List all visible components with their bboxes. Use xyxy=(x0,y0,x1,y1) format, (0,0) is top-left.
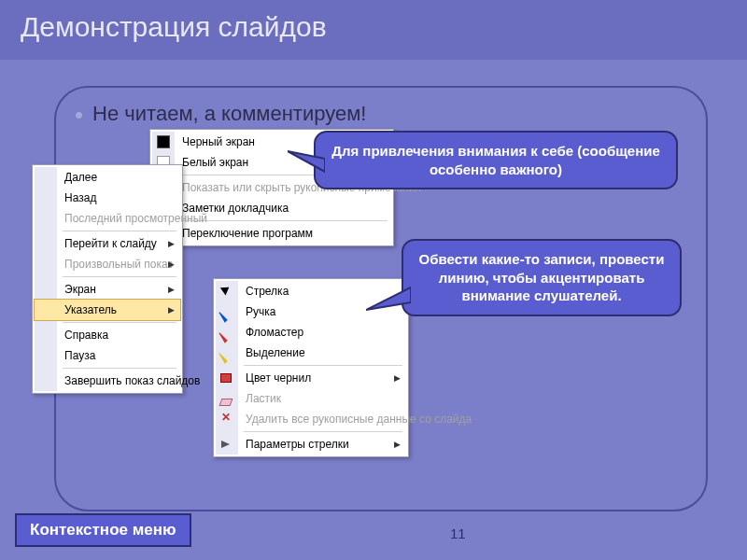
menu-label: Справка xyxy=(64,329,108,342)
menu-switch-programs[interactable]: Переключение программ xyxy=(152,223,391,244)
menu-label: Указатель xyxy=(64,303,117,316)
pen-icon xyxy=(217,312,227,322)
menu-screen[interactable]: Экран▶ xyxy=(35,279,180,300)
menu-label: Произвольный показ xyxy=(64,258,173,271)
menu-marker-tool[interactable]: Фломастер xyxy=(216,322,406,343)
chevron-right-icon: ▶ xyxy=(168,239,175,248)
chevron-right-icon: ▶ xyxy=(168,259,175,269)
menu-label: Последний просмотренный xyxy=(64,212,207,225)
callout-attention: Для привлечения внимания к себе (сообщен… xyxy=(314,131,678,189)
menu-label: Белый экран xyxy=(182,156,248,169)
menu-goto-slide[interactable]: Перейти к слайду▶ xyxy=(35,233,180,254)
separator xyxy=(63,276,176,277)
arrow-cursor-icon xyxy=(220,285,233,298)
separator xyxy=(63,231,176,231)
slide-title: Демонстрация слайдов xyxy=(0,0,747,60)
menu-label: Удалить все рукописные данные со слайда xyxy=(246,413,472,426)
menu-delete-ink[interactable]: Удалить все рукописные данные со слайда xyxy=(216,409,406,429)
menu-end-show[interactable]: Завершить показ слайдов xyxy=(35,371,180,391)
black-square-icon xyxy=(157,135,170,148)
bullet-text: Не читаем, а комментируем! xyxy=(75,101,366,130)
menu-last-viewed[interactable]: Последний просмотренный xyxy=(35,208,180,229)
menu-pause[interactable]: Пауза xyxy=(35,345,180,366)
menu-label: Цвет чернил xyxy=(246,371,311,385)
menu-label: Экран xyxy=(64,283,96,296)
callout-annotate: Обвести какие-то записи, провести линию,… xyxy=(402,239,682,316)
menu-back[interactable]: Назад xyxy=(35,188,180,208)
menu-label: Завершить показ слайдов xyxy=(64,374,200,387)
menu-label: Ручка xyxy=(246,305,275,318)
menu-eraser[interactable]: Ластик xyxy=(216,388,406,409)
menu-label: Фломастер xyxy=(246,326,303,339)
menu-pointer[interactable]: Указатель▶ xyxy=(34,299,181,321)
separator xyxy=(180,220,388,221)
chevron-right-icon: ▶ xyxy=(394,440,401,449)
menu-help[interactable]: Справка xyxy=(35,325,180,345)
eraser-icon xyxy=(219,399,233,406)
menu-label: Параметры стрелки xyxy=(246,438,349,451)
menu-ink-color[interactable]: Цвет чернил▶ xyxy=(216,368,406,388)
menu-label: Назад xyxy=(64,191,96,204)
menu-label: Переключение программ xyxy=(182,227,313,240)
page-number: 11 xyxy=(450,525,466,541)
menu-next[interactable]: Далее xyxy=(35,167,180,188)
chevron-right-icon: ▶ xyxy=(394,373,401,383)
highlighter-icon xyxy=(217,353,227,363)
delete-icon xyxy=(220,413,233,426)
menu-label: Черный экран xyxy=(182,135,255,148)
menu-label: Стрелка xyxy=(246,285,289,298)
footer-label: Контекстное меню xyxy=(15,513,191,547)
marker-icon xyxy=(217,332,227,343)
menu-label: Далее xyxy=(64,171,97,184)
menu-highlight-tool[interactable]: Выделение xyxy=(216,343,406,363)
menu-label: Пауза xyxy=(64,349,95,362)
svg-marker-0 xyxy=(288,151,325,172)
callout-tail-icon xyxy=(366,282,411,315)
arrow-options-icon xyxy=(220,438,233,451)
chevron-right-icon: ▶ xyxy=(168,305,175,315)
menu-custom-show[interactable]: Произвольный показ▶ xyxy=(35,254,180,274)
menu-label: Выделение xyxy=(246,346,305,359)
menu-label: Перейти к слайду xyxy=(64,237,157,250)
svg-marker-1 xyxy=(366,287,411,310)
separator xyxy=(63,322,176,323)
context-menu: Далее Назад Последний просмотренный Пере… xyxy=(32,164,183,394)
menu-arrow-options[interactable]: Параметры стрелки▶ xyxy=(216,434,406,455)
separator xyxy=(63,368,176,369)
menu-label: Ластик xyxy=(246,392,281,405)
ink-color-icon xyxy=(220,373,232,383)
separator xyxy=(244,365,402,366)
callout-tail-icon xyxy=(288,147,325,175)
separator xyxy=(244,431,402,432)
chevron-right-icon: ▶ xyxy=(168,285,175,294)
